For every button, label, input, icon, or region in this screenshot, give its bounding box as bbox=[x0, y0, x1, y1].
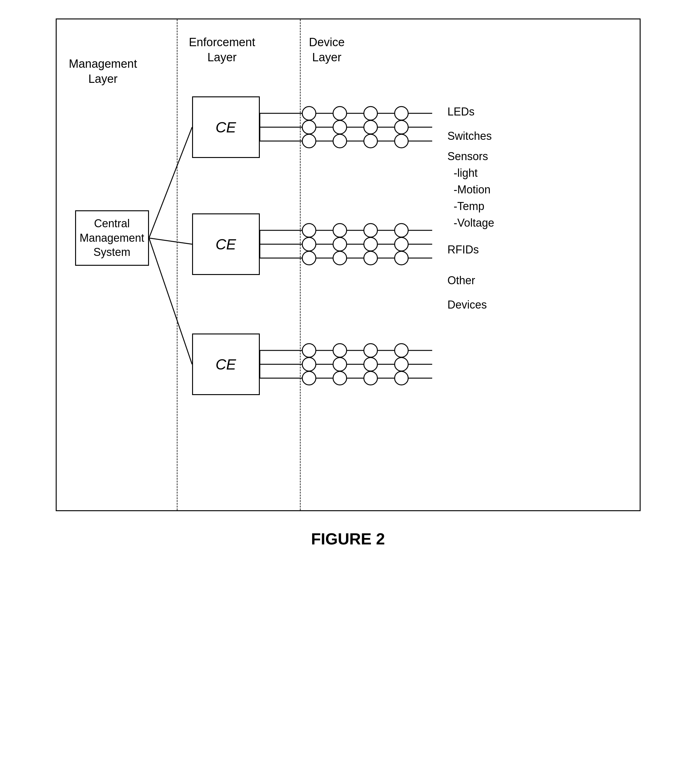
svg-point-8 bbox=[302, 107, 316, 120]
svg-point-40 bbox=[395, 224, 408, 237]
svg-point-54 bbox=[333, 251, 347, 265]
svg-point-19 bbox=[395, 120, 408, 134]
svg-point-56 bbox=[395, 251, 408, 265]
svg-point-48 bbox=[395, 237, 408, 251]
svg-point-76 bbox=[364, 357, 377, 371]
svg-point-83 bbox=[333, 371, 347, 385]
svg-point-75 bbox=[333, 357, 347, 371]
svg-point-25 bbox=[333, 134, 347, 148]
label-sensors: Sensors -light -Motion -Temp -Voltage bbox=[448, 148, 494, 231]
svg-point-10 bbox=[364, 107, 377, 120]
page-container: ManagementLayer EnforcementLayer DeviceL… bbox=[0, 0, 696, 784]
device-labels: LEDs Switches Sensors -light -Motion -Te… bbox=[448, 99, 494, 317]
label-other-devices: OtherDevices bbox=[448, 268, 494, 317]
svg-point-84 bbox=[364, 371, 377, 385]
label-leds: LEDs bbox=[448, 99, 494, 124]
figure-caption: FIGURE 2 bbox=[311, 530, 385, 548]
svg-point-85 bbox=[395, 371, 408, 385]
svg-point-37 bbox=[302, 224, 316, 237]
svg-point-18 bbox=[364, 120, 377, 134]
svg-point-45 bbox=[302, 237, 316, 251]
svg-point-17 bbox=[333, 120, 347, 134]
svg-point-69 bbox=[395, 344, 408, 357]
svg-line-0 bbox=[149, 127, 192, 238]
svg-point-24 bbox=[302, 134, 316, 148]
diagram-svg bbox=[57, 20, 640, 510]
svg-point-9 bbox=[333, 107, 347, 120]
svg-point-46 bbox=[333, 237, 347, 251]
svg-point-38 bbox=[333, 224, 347, 237]
svg-point-11 bbox=[395, 107, 408, 120]
svg-line-2 bbox=[149, 238, 192, 364]
svg-point-68 bbox=[364, 344, 377, 357]
svg-point-77 bbox=[395, 357, 408, 371]
svg-line-1 bbox=[149, 238, 192, 244]
svg-point-66 bbox=[302, 344, 316, 357]
diagram-border: ManagementLayer EnforcementLayer DeviceL… bbox=[56, 18, 641, 511]
svg-point-82 bbox=[302, 371, 316, 385]
label-rfids: RFIDs bbox=[448, 237, 494, 262]
svg-point-39 bbox=[364, 224, 377, 237]
svg-point-53 bbox=[302, 251, 316, 265]
svg-point-26 bbox=[364, 134, 377, 148]
svg-point-74 bbox=[302, 357, 316, 371]
svg-point-47 bbox=[364, 237, 377, 251]
svg-point-55 bbox=[364, 251, 377, 265]
svg-point-27 bbox=[395, 134, 408, 148]
svg-point-16 bbox=[302, 120, 316, 134]
label-switches: Switches bbox=[448, 124, 494, 148]
svg-point-67 bbox=[333, 344, 347, 357]
